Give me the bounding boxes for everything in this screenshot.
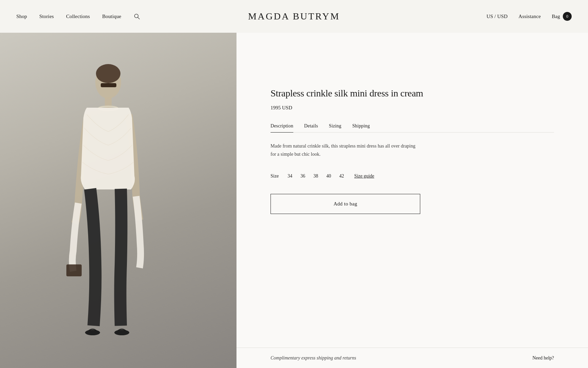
product-image-area [0,33,236,368]
nav-left: Shop Stories Collections Boutique [16,13,140,20]
svg-point-8 [85,330,100,335]
tab-sizing[interactable]: Sizing [329,123,342,133]
svg-rect-7 [66,264,82,276]
tab-details[interactable]: Details [304,123,318,133]
help-link[interactable]: Need help? [533,355,554,361]
tab-shipping[interactable]: Shipping [352,123,370,133]
search-icon [133,13,140,20]
product-tabs: Description Details Sizing Shipping [271,123,554,133]
site-header: Shop Stories Collections Boutique MAGDA … [0,0,588,33]
add-to-bag-button[interactable]: Add to bag [271,194,420,214]
product-details: Strapless crinkle silk mini dress in cre… [236,33,588,368]
product-title: Strapless crinkle silk mini dress in cre… [271,87,427,99]
main-content: Strapless crinkle silk mini dress in cre… [0,33,588,368]
footer-bar: Complimentary express shipping and retur… [236,348,588,368]
nav-stories[interactable]: Stories [39,14,54,19]
product-image [0,33,236,368]
product-price: 1995 USD [271,105,554,111]
size-option-42[interactable]: 42 [339,172,345,180]
product-description: Made from natural crinkle silk, this str… [271,142,420,158]
svg-point-0 [135,14,138,18]
svg-line-1 [138,17,140,19]
size-option-38[interactable]: 38 [313,172,319,180]
size-option-36[interactable]: 36 [300,172,306,180]
shipping-text: Complimentary express shipping and retur… [271,355,356,361]
nav-right: US / USD Assistance Bag 0 [487,12,572,21]
search-button[interactable] [133,13,140,20]
size-label: Size [271,173,279,179]
site-logo[interactable]: MAGDA BUTRYM [248,11,340,22]
size-selector: Size 34 36 38 40 42 Size guide [271,172,554,180]
svg-point-3 [96,64,120,83]
svg-rect-4 [101,83,116,87]
nav-assistance[interactable]: Assistance [519,14,541,19]
size-guide-link[interactable]: Size guide [354,173,374,179]
nav-shop[interactable]: Shop [16,14,27,19]
nav-collections[interactable]: Collections [66,14,90,19]
bag-label: Bag [552,14,560,19]
tab-description[interactable]: Description [271,123,293,133]
nav-boutique[interactable]: Boutique [102,14,121,19]
bag-count: 0 [563,12,572,21]
model-illustration [0,33,236,368]
size-option-34[interactable]: 34 [287,172,293,180]
bag-button[interactable]: Bag 0 [552,12,572,21]
size-option-40[interactable]: 40 [326,172,332,180]
svg-point-9 [114,330,129,335]
nav-currency[interactable]: US / USD [487,14,508,19]
